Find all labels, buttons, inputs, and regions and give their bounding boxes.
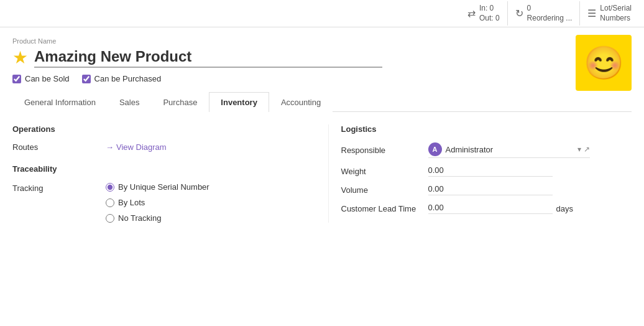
product-name-input[interactable] (34, 48, 382, 68)
responsible-field: A Administrator ▾ ↗ (428, 142, 632, 158)
tracking-none-option[interactable]: No Tracking (106, 213, 209, 223)
product-name-label: Product Name (12, 37, 632, 45)
weight-row: Weight (341, 165, 632, 177)
volume-field (428, 184, 632, 195)
checkbox-row: Can be Sold Can be Purchased (12, 74, 632, 83)
weight-input[interactable] (428, 165, 553, 177)
logistics-title: Logistics (341, 124, 632, 134)
responsible-avatar: A (428, 142, 442, 156)
tracking-serial-label: By Unique Serial Number (118, 182, 209, 192)
can-be-purchased-input[interactable] (82, 75, 91, 83)
tracking-serial-option[interactable]: By Unique Serial Number (106, 182, 209, 192)
volume-row: Volume (341, 184, 632, 195)
lot-serial-label: Lot/Serial (600, 4, 632, 14)
operations-section: Operations Routes → View Diagram Traceab… (12, 124, 328, 223)
view-diagram-label: View Diagram (116, 142, 167, 152)
tracking-serial-radio[interactable] (106, 183, 114, 192)
operations-title: Operations (12, 124, 303, 134)
responsible-select[interactable]: A Administrator ▾ ↗ (428, 142, 590, 158)
in-label: In: (479, 4, 487, 12)
transfer-icon: ⇄ (467, 7, 476, 19)
tracking-radio-group: By Unique Serial Number By Lots No Track… (106, 182, 209, 223)
view-diagram-link[interactable]: → View Diagram (106, 142, 303, 152)
tab-purchase[interactable]: Purchase (151, 92, 209, 112)
product-emoji: 😊 (584, 44, 624, 82)
tabs: General Information Sales Purchase Inven… (12, 92, 632, 112)
arrow-right-icon: → (106, 142, 114, 152)
main-content: Product Name ★ 😊 Can be Sold Can be Purc… (0, 27, 644, 245)
tracking-row: Tracking By Unique Serial Number By Lots (12, 182, 303, 223)
dropdown-chevron-icon[interactable]: ▾ (577, 145, 581, 154)
days-suffix: days (556, 204, 573, 213)
can-be-sold-input[interactable] (12, 75, 21, 83)
tab-accounting[interactable]: Accounting (269, 92, 333, 112)
responsible-label: Responsible (341, 146, 428, 155)
customer-lead-time-row: Customer Lead Time days (341, 203, 632, 214)
responsible-row: Responsible A Administrator ▾ ↗ (341, 142, 632, 158)
in-value: 0 (490, 4, 494, 12)
tab-general-information[interactable]: General Information (12, 92, 108, 112)
volume-input[interactable] (428, 184, 553, 195)
customer-lead-time-input[interactable] (428, 203, 553, 214)
tracking-none-label: No Tracking (118, 213, 161, 223)
out-label: Out: (479, 14, 494, 22)
lot-serial-item[interactable]: ☰ Lot/Serial Numbers (580, 1, 639, 26)
customer-lead-time-field: days (428, 203, 632, 214)
top-bar: ⇄ In: 0 Out: 0 ↻ 0 Reordering ... ☰ Lot/… (0, 0, 644, 27)
routes-row: Routes → View Diagram (12, 142, 303, 152)
can-be-sold-checkbox[interactable]: Can be Sold (12, 74, 70, 83)
tracking-label: Tracking (12, 182, 106, 193)
external-link-icon[interactable]: ↗ (584, 145, 590, 154)
logistics-section: Logistics Responsible A Administrator ▾ … (328, 124, 632, 223)
product-image: 😊 (576, 35, 632, 91)
lead-time-input-group: days (428, 203, 632, 214)
can-be-purchased-checkbox[interactable]: Can be Purchased (82, 74, 162, 83)
responsible-name: Administrator (446, 145, 574, 154)
inventory-tab-content: Operations Routes → View Diagram Traceab… (12, 112, 632, 235)
tracking-lots-label: By Lots (118, 198, 145, 207)
routes-label: Routes (12, 142, 106, 152)
hamburger-icon: ☰ (587, 7, 596, 19)
tab-sales[interactable]: Sales (108, 92, 152, 112)
tracking-none-radio[interactable] (106, 214, 114, 223)
tab-inventory[interactable]: Inventory (209, 92, 269, 112)
tracking-lots-option[interactable]: By Lots (106, 198, 209, 207)
weight-field (428, 165, 632, 177)
can-be-sold-label: Can be Sold (25, 74, 70, 83)
responsible-actions: ▾ ↗ (577, 145, 590, 154)
traceability-section: Traceability Tracking By Unique Serial N… (12, 164, 303, 223)
routes-value: → View Diagram (106, 142, 303, 152)
can-be-purchased-label: Can be Purchased (94, 74, 162, 83)
numbers-label: Numbers (600, 14, 632, 24)
reordering-item[interactable]: ↻ 0 Reordering ... (508, 1, 581, 26)
customer-lead-time-label: Customer Lead Time (341, 204, 428, 213)
tracking-lots-radio[interactable] (106, 198, 114, 207)
reordering-label: Reordering ... (527, 14, 573, 24)
in-out-transfers[interactable]: ⇄ In: 0 Out: 0 (460, 1, 508, 26)
volume-label: Volume (341, 185, 428, 195)
favorite-star[interactable]: ★ (12, 47, 28, 68)
product-title-row: ★ 😊 (12, 47, 632, 68)
out-value: 0 (495, 14, 500, 22)
weight-label: Weight (341, 167, 428, 176)
reorder-icon: ↻ (515, 7, 523, 19)
reordering-value: 0 (527, 4, 573, 14)
traceability-title: Traceability (12, 164, 303, 174)
